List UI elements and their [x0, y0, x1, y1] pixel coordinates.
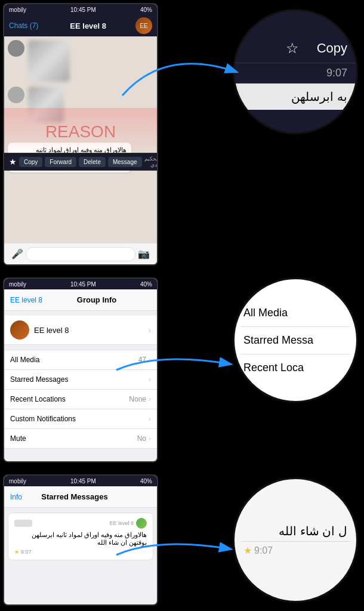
zoom-time-star: ★ 9:07: [240, 541, 350, 559]
chat-section: mobily 10:45 PM 40% Chats (7) EE level 8…: [0, 0, 161, 269]
group-info-section: mobily 10:45 PM 40% EE level 8 Group Inf…: [0, 274, 161, 465]
starred-time: 9:07: [21, 549, 32, 555]
copy-button[interactable]: Copy: [19, 157, 42, 167]
blurred-image-1: [28, 40, 70, 82]
starred-messages-screen: mobily 10:45 PM 40% Info Starred Message…: [3, 474, 158, 606]
zoom-time: 9:07: [235, 63, 356, 84]
custom-notifications-item[interactable]: Custom Notifications ›: [4, 409, 157, 429]
msg-img-thumb: [14, 520, 32, 527]
recent-locations-item[interactable]: Recent Locations None ›: [4, 390, 157, 409]
recent-locations-value: None ›: [129, 395, 151, 403]
time-3: 10:45 PM: [70, 478, 96, 485]
zoom-circle-2: All Media Starred Messa Recent Loca: [233, 277, 358, 403]
group-chevron: ›: [148, 325, 151, 335]
context-menu-bar: ★ Copy Forward Delete Message عبدالحكيم …: [4, 153, 157, 171]
group-name: EE level 8: [34, 326, 148, 335]
status-bar-2: mobily 10:45 PM 40%: [4, 279, 157, 289]
zoom-time-value: 9:07: [254, 545, 273, 556]
zoom-all-media: All Media: [240, 300, 350, 327]
starred-message-item[interactable]: EE level 8 هالاوراق منه وفيه اوراق لمواد…: [8, 513, 153, 560]
star-button[interactable]: ★: [9, 157, 17, 166]
zoom-star-copy-row: ☆ Copy: [235, 34, 356, 63]
avatar-blur-2: [8, 87, 24, 103]
all-media-item[interactable]: All Media 47 ›: [4, 350, 157, 370]
zoom-content-1: ☆ Copy 9:07 به ابرسلهن: [235, 34, 356, 110]
zoom-recent-loc: Recent Loca: [240, 354, 350, 381]
starred-header: Info Starred Messages: [4, 486, 157, 508]
battery-2: 40%: [140, 281, 152, 288]
zoom-copy-label: Copy: [317, 41, 347, 56]
carrier-3: mobily: [9, 478, 26, 485]
group-avatar: [10, 320, 29, 340]
group-info-header: EE level 8 Group Info: [4, 289, 157, 311]
status-bar-3: mobily 10:45 PM 40%: [4, 476, 157, 486]
group-info-list: All Media 47 › Starred Messages › Recent…: [4, 350, 157, 449]
starred-messages-value: ›: [146, 375, 151, 384]
custom-notifications-value: ›: [146, 415, 151, 423]
chat-input-bar: 🎤 📷: [4, 243, 157, 264]
mic-icon[interactable]: 🎤: [11, 248, 23, 260]
starred-messages-section: mobily 10:45 PM 40% Info Starred Message…: [0, 471, 161, 611]
group-back-button[interactable]: EE level 8: [10, 296, 42, 304]
chat-title: EE level 8: [41, 21, 135, 30]
status-bar: mobily 10:45 PM 40%: [4, 4, 157, 15]
message-button[interactable]: Message: [108, 157, 142, 167]
camera-icon[interactable]: 📷: [138, 248, 150, 260]
starred-back-button[interactable]: Info: [10, 493, 22, 501]
mute-value: No ›: [137, 434, 151, 443]
chat-phone-screen: mobily 10:45 PM 40% Chats (7) EE level 8…: [3, 3, 158, 266]
star-icon: ★: [14, 549, 19, 555]
time-label: 10:45 PM: [70, 7, 96, 13]
custom-notifications-label: Custom Notifications: [10, 415, 76, 423]
zoom-content-2: All Media Starred Messa Recent Loca: [235, 300, 356, 381]
zoom-circle-3: ل ان شاء الله ★ 9:07: [233, 477, 358, 603]
msg-sender-name: EE level 8: [109, 520, 134, 526]
starred-title: Starred Messages: [41, 492, 107, 501]
message-input[interactable]: [26, 247, 135, 261]
mute-label: Mute: [10, 434, 26, 443]
carrier-label: mobily: [9, 7, 26, 13]
chat-messages: ★ Copy Forward Delete Message عبدالحكيم …: [4, 36, 157, 227]
starred-msg-meta: ★ 9:07: [14, 549, 147, 555]
chat-avatar: EE: [135, 17, 152, 34]
recent-locations-label: Recent Locations: [10, 395, 66, 403]
back-button[interactable]: Chats (7): [9, 21, 38, 30]
group-info-title: Group Info: [77, 295, 116, 304]
msg-sender-avatar: [136, 518, 147, 529]
all-media-value: 47 ›: [138, 356, 151, 364]
group-info-screen: mobily 10:45 PM 40% EE level 8 Group Inf…: [3, 277, 158, 462]
zoom-arabic-large: ل ان شاء الله: [240, 521, 350, 541]
battery-label: 40%: [140, 7, 152, 13]
avatar-blur: [8, 40, 24, 57]
zoom-starred-msg: Starred Messa: [240, 327, 350, 354]
starred-arabic-text: هالاوراق منه وفيه اوراق لمواد ثانيه ابرس…: [14, 531, 147, 547]
all-media-label: All Media: [10, 356, 39, 364]
zoom-star-icon-3: ★: [243, 545, 252, 556]
zoom-star-icon: ☆: [286, 40, 299, 57]
time-2: 10:45 PM: [70, 281, 96, 288]
starred-messages-item[interactable]: Starred Messages ›: [4, 370, 157, 390]
zoom-circle-1: ☆ Copy 9:07 به ابرسلهن: [233, 9, 358, 134]
bg-image: REASON: [4, 108, 157, 156]
forward-button[interactable]: Forward: [45, 157, 76, 167]
delete-button[interactable]: Delete: [79, 157, 106, 167]
zoom-arabic: به ابرسلهن: [235, 84, 356, 110]
sender-name: عبدالحكيم البريدي: [144, 156, 157, 168]
group-name-row[interactable]: EE level 8 ›: [4, 316, 157, 345]
starred-messages-label: Starred Messages: [10, 375, 68, 384]
battery-3: 40%: [140, 478, 152, 485]
mute-item[interactable]: Mute No ›: [4, 429, 157, 448]
carrier-2: mobily: [9, 281, 26, 288]
chat-header: Chats (7) EE level 8 EE: [4, 15, 157, 36]
